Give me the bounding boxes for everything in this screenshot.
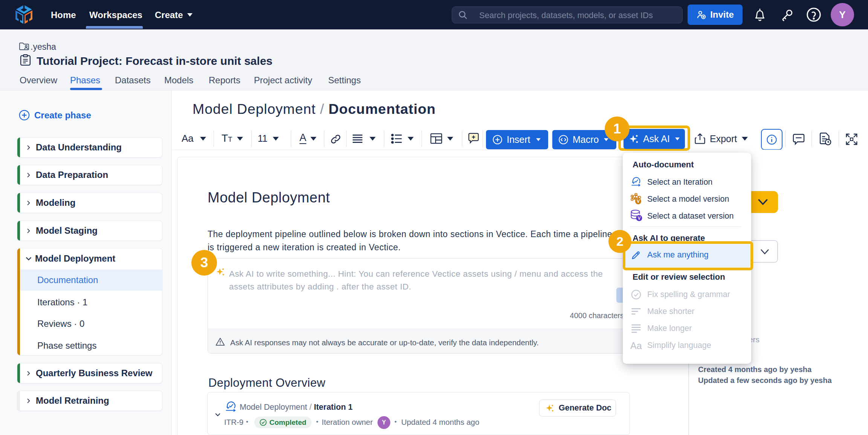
svg-text:V: V <box>637 216 640 221</box>
svg-text:V: V <box>637 199 640 204</box>
